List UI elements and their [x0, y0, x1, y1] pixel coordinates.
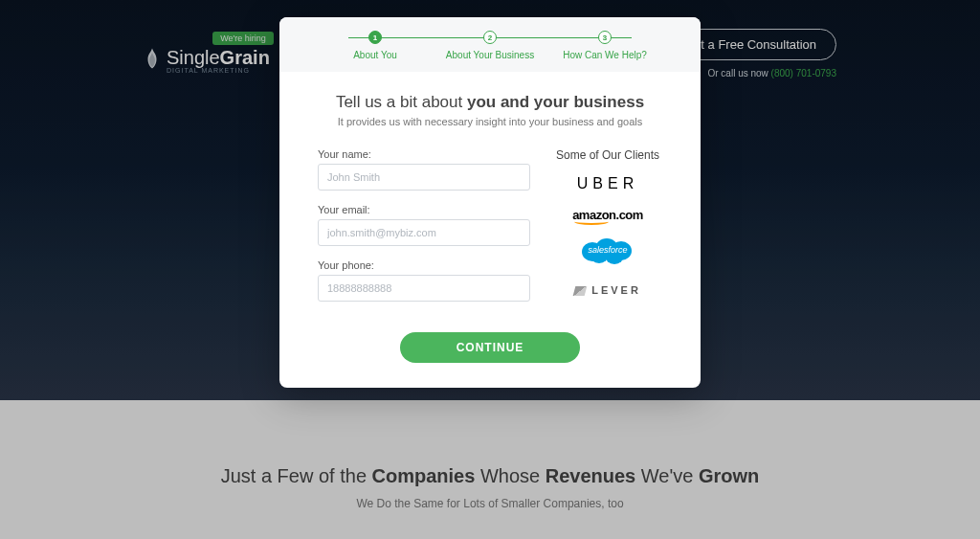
- email-label: Your email:: [318, 204, 530, 215]
- name-label: Your name:: [318, 148, 530, 160]
- call-text: Or call us now (800) 701-0793: [707, 68, 836, 79]
- companies-section: Just a Few of the Companies Whose Revenu…: [0, 400, 980, 539]
- step-3-label: How Can We Help?: [563, 50, 647, 60]
- step-about-business[interactable]: 2 About Your Business: [433, 31, 547, 60]
- hiring-badge[interactable]: We're hiring: [212, 32, 274, 45]
- step-1-circle: 1: [368, 31, 382, 44]
- step-how-help[interactable]: 3 How Can We Help?: [547, 31, 662, 60]
- phone-label: Your phone:: [318, 259, 530, 271]
- uber-logo: UBER: [553, 175, 662, 192]
- amazon-logo: amazon.com: [553, 206, 662, 223]
- lead-form-modal: 1 About You 2 About Your Business 3 How …: [279, 17, 701, 388]
- logo[interactable]: SingleGrain: [144, 47, 270, 69]
- salesforce-logo: salesforce: [553, 236, 662, 267]
- lever-logo: LEVER: [553, 281, 662, 298]
- step-1-label: About You: [353, 50, 397, 60]
- phone-link[interactable]: (800) 701-0793: [771, 68, 836, 79]
- continue-button[interactable]: CONTINUE: [400, 332, 580, 363]
- email-input[interactable]: [318, 219, 530, 246]
- clients-title: Some of Our Clients: [553, 148, 662, 162]
- modal-subtitle: It provides us with necessary insight in…: [318, 116, 662, 127]
- logo-area[interactable]: We're hiring SingleGrain DIGITAL MARKETI…: [144, 34, 270, 74]
- phone-input[interactable]: [318, 275, 530, 302]
- clients-column: Some of Our Clients UBER amazon.com sale…: [553, 148, 662, 315]
- step-about-you[interactable]: 1 About You: [318, 31, 433, 60]
- companies-title: Just a Few of the Companies Whose Revenu…: [0, 465, 980, 487]
- modal-body: Tell us a bit about you and your busines…: [279, 72, 701, 388]
- modal-title: Tell us a bit about you and your busines…: [318, 93, 662, 112]
- step-3-circle: 3: [598, 31, 612, 44]
- logo-subtitle: DIGITAL MARKETING: [167, 67, 250, 74]
- flame-icon: [144, 48, 161, 69]
- step-2-label: About Your Business: [446, 50, 534, 60]
- step-2-circle: 2: [483, 31, 497, 44]
- companies-subtitle: We Do the Same for Lots of Smaller Compa…: [0, 497, 980, 510]
- form-fields: Your name: Your email: Your phone:: [318, 148, 530, 315]
- logo-text: SingleGrain: [167, 47, 270, 69]
- step-indicator: 1 About You 2 About Your Business 3 How …: [279, 17, 701, 72]
- name-input[interactable]: [318, 164, 530, 191]
